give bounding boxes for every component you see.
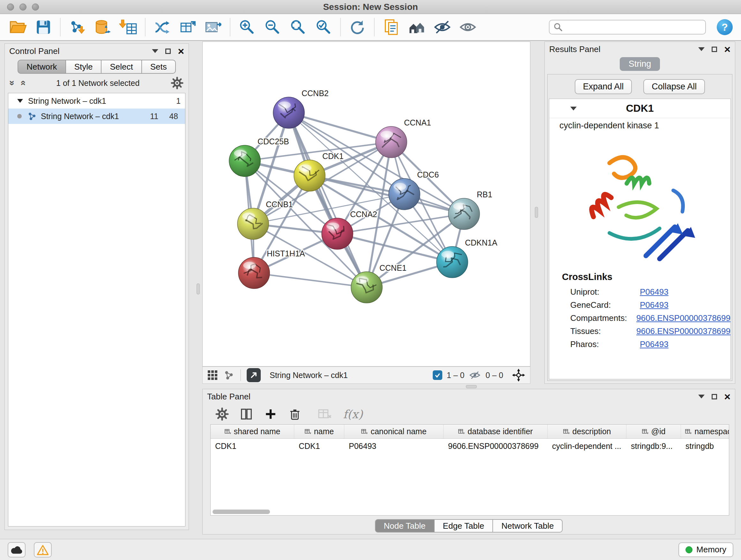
tab-node-table[interactable]: Node Table [375,519,434,533]
import-network-database-button[interactable] [90,16,116,38]
search-input[interactable] [563,22,701,32]
selected-checkbox-icon[interactable] [433,370,442,380]
save-session-button[interactable] [30,16,56,38]
bottom-splitter-handle[interactable] [466,385,477,388]
table-cell[interactable]: cyclin-dependent ... [548,439,626,453]
table-cell[interactable]: CDK1 [294,439,344,453]
network-edge[interactable] [289,113,367,287]
import-network-file-button[interactable] [64,16,90,38]
tab-select[interactable]: Select [102,60,142,74]
tab-network[interactable]: Network [17,60,66,74]
network-node-HIST1H1A[interactable]: HIST1H1A [239,249,305,289]
tab-sets[interactable]: Sets [142,60,176,74]
protein-collapse-icon[interactable] [570,107,577,111]
column-header-3[interactable]: database identifier [444,425,548,438]
import-table-button[interactable] [116,16,141,38]
panel-close-icon[interactable]: × [724,391,731,402]
zoom-window-button[interactable] [32,3,39,10]
panel-menu-icon[interactable] [698,395,704,398]
refresh-layout-button[interactable] [345,16,370,38]
column-header-2[interactable]: canonical name [344,425,444,438]
string-home-button[interactable] [404,16,429,38]
protein-structure-image [549,131,731,265]
collapse-all-button[interactable]: Collapse All [643,79,705,94]
crosslink-value-link[interactable]: P06493 [640,300,669,310]
minimize-window-button[interactable] [19,3,26,10]
expand-all-icon[interactable]: » [17,80,27,86]
panel-float-icon[interactable] [165,49,171,54]
show-columns-icon[interactable] [240,408,253,421]
network-node-CCNA1[interactable]: CCNA1 [376,118,431,158]
table-cell[interactable]: stringdb [681,439,729,453]
column-sort-icon [563,428,570,435]
table-cell[interactable]: stringdb:9... [626,439,681,453]
table-row[interactable]: CDK1CDK1P064939606.ENSP00000378699cyclin… [211,439,729,453]
collection-expander-icon[interactable] [17,99,23,103]
crosslink-value-link[interactable]: P06493 [640,339,669,349]
panel-menu-icon[interactable] [698,47,704,51]
crosslink-value-link[interactable]: 9606.ENSP00000378699 [636,313,731,323]
horizontal-scrollbar-thumb[interactable] [212,509,270,514]
network-edge[interactable] [254,273,367,287]
column-header-4[interactable]: description [548,425,626,438]
table-cell[interactable]: CDK1 [211,439,294,453]
string-network-icon [27,111,37,121]
clone-network-button[interactable] [175,16,200,38]
network-node-CDK1[interactable]: CDK1 [294,152,344,191]
column-header-1[interactable]: name [294,425,344,438]
delete-column-icon[interactable] [288,408,301,421]
results-panel: Results Panel × String Expand All Collap… [544,42,735,384]
table-cell[interactable]: P06493 [344,439,444,453]
tab-edge-table[interactable]: Edge Table [434,519,493,533]
column-header-5[interactable]: @id [626,425,681,438]
left-splitter-handle[interactable] [197,284,200,294]
open-session-button[interactable] [5,16,30,38]
panel-close-icon[interactable]: × [724,44,731,55]
toolbar-search[interactable] [549,20,706,35]
warnings-button[interactable] [34,542,52,557]
right-splitter-handle[interactable] [535,207,538,218]
show-graphics-button[interactable] [455,16,481,38]
zoom-in-button[interactable] [234,16,260,38]
tab-string[interactable]: String [620,57,660,71]
network-canvas[interactable]: CCNB2CCNA1CDC25BCDK1CDC6RB1CCNB1CCNA2CDK… [202,42,530,367]
tab-style[interactable]: Style [66,60,102,74]
panel-close-icon[interactable]: × [178,46,184,57]
crosslink-value-link[interactable]: 9606.ENSP00000378699 [636,326,731,336]
network-node-CDC6[interactable]: CDC6 [389,170,439,210]
network-node-CDKN1A[interactable]: CDKN1A [436,238,497,278]
table-cell[interactable]: 9606.ENSP00000378699 [444,439,548,453]
crosslink-value-link[interactable]: P06493 [640,287,669,297]
add-column-icon[interactable] [264,408,277,421]
zoom-selected-button[interactable] [311,16,336,38]
panel-float-icon[interactable] [712,47,717,52]
export-image-button[interactable] [200,16,226,38]
hide-graphics-button[interactable] [429,16,455,38]
birdseye-view-button[interactable] [247,368,261,382]
column-header-0[interactable]: shared name [211,425,294,438]
column-header-6[interactable]: namespac [681,425,729,438]
network-options-gear-icon[interactable] [171,77,184,89]
network-collection-row[interactable]: String Network – cdk1 1 [8,93,185,109]
function-builder-button[interactable]: f(x) [343,408,363,421]
network-row[interactable]: String Network – cdk1 11 48 [8,109,185,124]
network-node-RB1[interactable]: RB1 [448,190,492,230]
share-view-icon[interactable] [224,370,234,381]
memory-button[interactable]: Memory [678,543,733,557]
zoom-out-button[interactable] [260,16,285,38]
panel-menu-icon[interactable] [152,49,158,53]
cloud-status-button[interactable] [8,542,25,557]
close-window-button[interactable] [7,3,14,10]
new-network-button[interactable] [149,16,175,38]
pan-move-icon[interactable] [512,368,526,382]
zoom-fit-button[interactable] [285,16,311,38]
expand-all-button[interactable]: Expand All [575,79,632,94]
table-options-gear-icon[interactable] [215,408,229,421]
grid-view-icon[interactable] [207,370,218,381]
protein-header[interactable]: CDK1 [549,99,731,118]
open-panel-button[interactable] [379,16,404,38]
tab-network-table[interactable]: Network Table [493,519,562,533]
help-button[interactable]: ? [717,19,733,35]
panel-float-icon[interactable] [712,394,717,399]
collapse-all-icon[interactable]: » [8,80,17,86]
